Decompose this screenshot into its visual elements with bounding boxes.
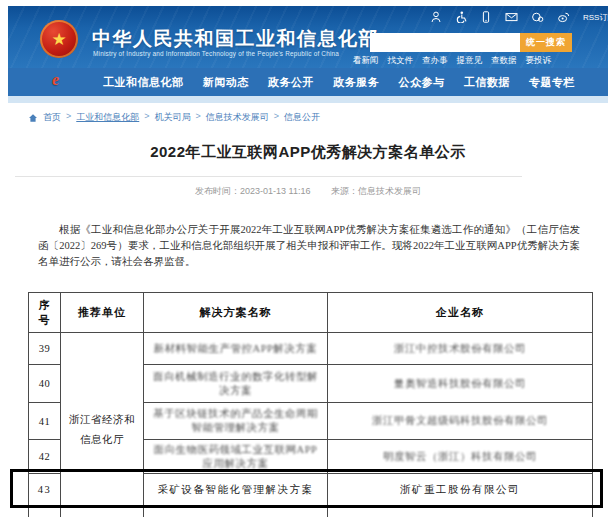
solution-cell: 面向生物医药领域工业互联网APP应用解决方案 [144,440,328,474]
recommender-cell: 浙江省经济和信息化厅 [61,333,144,517]
breadcrumb-separator: > [144,111,149,124]
company-cell: 浙矿重工股份有限公司 [328,474,593,506]
solution-cell: 面向机械制造行业的数字化转型解决方案 [144,365,328,403]
company-cell: 浙江中控技术股份有限公司 [328,333,593,365]
home-icon[interactable] [28,113,38,123]
search-bar: 统一搜索 [370,33,572,52]
article-meta: 发布时间：2023-01-13 11:16 来源：信息技术发展司 [0,185,616,198]
unified-search-button[interactable]: 统一搜索 [520,33,572,52]
quick-link[interactable]: 看新闻 [353,55,379,67]
row-number-cell: 43 [29,474,61,506]
nav-item[interactable]: 公众参与 [399,75,445,90]
table-header-cell: 解决方案名称 [144,293,328,333]
link-icon[interactable] [531,11,544,23]
quick-link[interactable]: 提意见 [457,55,483,67]
quick-link[interactable]: 查数据 [491,55,517,67]
nav-item[interactable]: 政务公开 [268,75,314,90]
row-number-cell: 42 [29,440,61,474]
page-title: 2022年工业互联网APP优秀解决方案名单公示 [0,143,616,162]
quick-links: 看新闻找文件查办事提意见查数据要投诉 [353,55,551,67]
search-input[interactable] [370,33,520,52]
breadcrumb-home[interactable]: 首页 [43,111,61,124]
breadcrumb-separator: > [196,111,201,124]
row-number-cell: 39 [29,333,61,365]
nav-item[interactable]: 工信数据 [464,75,510,90]
solution-cell: 新材料智能生产管控APP解决方案 [144,333,328,365]
breadcrumb-item[interactable]: 信息技术发展司 [206,111,269,124]
company-cell [328,506,593,517]
table-row: 39浙江省经济和信息化厅新材料智能生产管控APP解决方案浙江中控技术股份有限公司 [29,333,593,365]
nav-item[interactable]: 工业和信息化部 [103,75,184,90]
company-cell: 量奥智造科技股份有限公司 [328,365,593,403]
mail-icon[interactable] [505,11,518,23]
quick-link[interactable]: 要投诉 [526,55,552,67]
title-divider [15,176,522,177]
breadcrumb-separator: > [274,111,279,124]
site-title: 中华人民共和国工业和信息化部 [92,26,379,52]
nav-item[interactable]: 专题专栏 [529,75,575,90]
breadcrumb-separator: > [66,111,71,124]
table-header-cell: 序号 [29,293,61,333]
article-source: 来源：信息技术发展司 [331,186,421,196]
table-header-cell: 企业名称 [328,293,593,333]
row-number-cell: 41 [29,403,61,440]
gov-e-logo: e [52,71,59,89]
accessibility-icon[interactable] [455,11,467,23]
company-cell: 浙江甲骨文超级码科技股份有限公司 [328,403,593,440]
breadcrumb-items: >工业和信息化部>机关司局>信息技术发展司>信息公开 [66,111,320,124]
article-paragraph: 根据《工业和信息化部办公厅关于开展2022年工业互联网APP优秀解决方案征集遴选… [38,222,580,270]
header-icon-row: RSS订阅 [430,11,615,23]
nav-substrip [8,96,608,103]
site-subtitle: Ministry of Industry and Information Tec… [93,50,339,57]
company-cell: 明度智云（浙江）科技有限公司 [328,440,593,474]
table-header-row: 序号推荐单位解决方案名称企业名称 [29,293,593,333]
qa-mascot-icon[interactable] [430,11,442,23]
table-body: 39浙江省经济和信息化厅新材料智能生产管控APP解决方案浙江中控技术股份有限公司… [29,333,593,517]
solution-cell: 基于区块链技术的产品全生命周期智能管理解决方案 [144,403,328,440]
quick-link[interactable]: 查办事 [422,55,448,67]
breadcrumb: 首页 >工业和信息化部>机关司局>信息技术发展司>信息公开 [28,111,320,124]
quick-link[interactable]: 找文件 [388,55,414,67]
solutions-table: 序号推荐单位解决方案名称企业名称 39浙江省经济和信息化厅新材料智能生产管控AP… [28,292,593,517]
nav-item[interactable]: 新闻动态 [203,75,249,90]
nav-item[interactable]: 政务服务 [333,75,379,90]
mobile-icon[interactable] [480,11,492,23]
breadcrumb-item[interactable]: 工业和信息化部 [76,111,139,124]
publish-time: 发布时间：2023-01-13 11:16 [195,186,310,196]
national-emblem-logo: ★ [40,20,78,58]
row-number-cell: 40 [29,365,61,403]
solution-cell [144,506,328,517]
breadcrumb-item[interactable]: 信息公开 [284,111,320,124]
solution-cell: 采矿设备智能化管理解决方案 [144,474,328,506]
row-number-cell [29,506,61,517]
rss-subscribe-link[interactable]: RSS订阅 [583,12,615,23]
table-header-cell: 推荐单位 [61,293,144,333]
weibo-icon[interactable] [557,11,570,23]
nav-items: 工业和信息化部新闻动态政务公开政务服务公众参与工信数据专题专栏 [103,68,575,96]
breadcrumb-item[interactable]: 机关司局 [155,111,191,124]
